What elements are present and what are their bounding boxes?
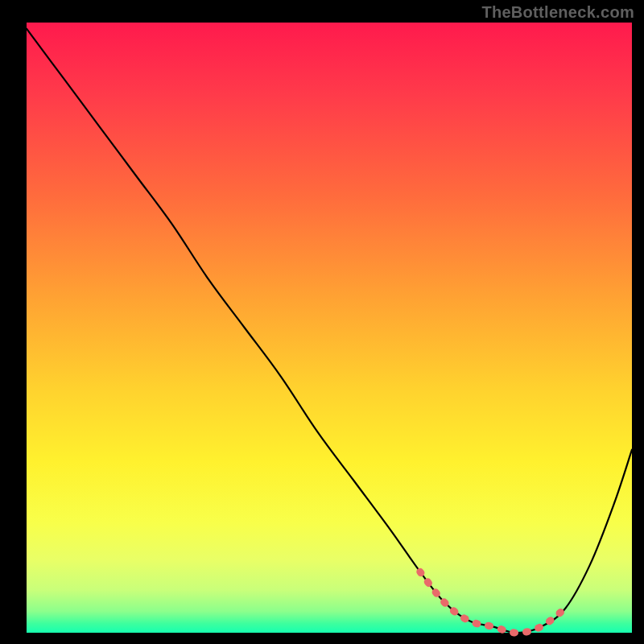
chart-frame: { "watermark": "TheBottleneck.com", "plo… <box>0 0 644 644</box>
bottleneck-chart <box>0 0 644 644</box>
watermark-text: TheBottleneck.com <box>481 3 634 22</box>
plot-background <box>27 23 632 633</box>
